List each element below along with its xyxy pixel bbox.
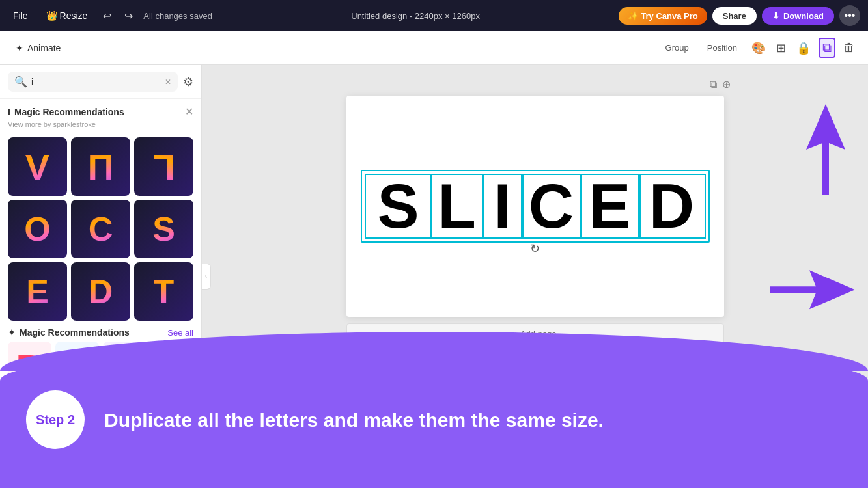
step-description: Duplicate all the letters and make them … bbox=[104, 407, 842, 433]
step-label: Step 2 bbox=[36, 413, 75, 427]
letter-l[interactable]: L bbox=[431, 175, 483, 237]
download-button[interactable]: ⬇ Download bbox=[762, 7, 834, 25]
font-item[interactable]: E bbox=[8, 262, 67, 321]
magic-rec-title: I Magic Recommendations bbox=[8, 107, 124, 117]
try-pro-button[interactable]: ✨ Try Canva Pro bbox=[619, 7, 707, 25]
redo-icon[interactable]: ↪ bbox=[122, 7, 135, 25]
search-input-wrap[interactable]: 🔍 ✕ bbox=[8, 72, 178, 92]
magic-icon: I bbox=[8, 107, 10, 117]
style-icon[interactable]: 🎨 bbox=[749, 38, 768, 58]
letter-d[interactable]: D bbox=[639, 175, 705, 237]
letter-s[interactable]: S bbox=[366, 175, 431, 237]
toolbar-right-tools: Group Position 🎨 ⊞ 🔒 ⧉ 🗑 bbox=[659, 38, 858, 58]
undo-icon[interactable]: ↩ bbox=[100, 7, 114, 25]
resize-button[interactable]: 👑 Resize bbox=[41, 8, 93, 23]
svg-marker-0 bbox=[770, 270, 855, 309]
filter-icon[interactable]: ⚙ bbox=[183, 75, 193, 89]
animate-icon: ✦ bbox=[16, 43, 23, 53]
arrow-up bbox=[803, 104, 848, 198]
canvas[interactable]: S L I C E bbox=[346, 96, 724, 317]
file-menu[interactable]: File bbox=[8, 8, 33, 23]
letter-i[interactable]: I bbox=[483, 175, 522, 237]
magic-rec-section-2-header: ✦ Magic Recommendations See all bbox=[0, 321, 201, 342]
copy-canvas-icon[interactable]: ⧉ bbox=[710, 79, 717, 90]
collapse-handle[interactable]: › bbox=[202, 264, 211, 290]
canvas-top-icons: ⧉ ⊕ bbox=[340, 78, 731, 90]
more-options-button[interactable]: ••• bbox=[839, 5, 860, 26]
group-button[interactable]: Group bbox=[659, 39, 695, 57]
duplicate-icon[interactable]: ⧉ bbox=[819, 38, 835, 58]
font-grid-1: V П Γ O C S E D bbox=[0, 137, 201, 321]
magic-rec-subtitle: View more by sparklestroke bbox=[8, 120, 193, 128]
magic-rec-2-title: ✦ Magic Recommendations bbox=[8, 327, 130, 338]
search-bar: 🔍 ✕ ⚙ bbox=[0, 65, 201, 99]
transparency-icon[interactable]: ⊞ bbox=[774, 38, 789, 58]
font-item[interactable]: S bbox=[134, 200, 193, 258]
trash-icon[interactable]: 🗑 bbox=[841, 38, 858, 57]
arrow-right bbox=[770, 267, 855, 315]
star-icon: ✨ bbox=[628, 11, 638, 21]
download-icon: ⬇ bbox=[772, 11, 779, 21]
font-item[interactable]: V bbox=[8, 137, 67, 196]
search-clear-icon[interactable]: ✕ bbox=[165, 77, 171, 87]
add-section-icon[interactable]: ⊕ bbox=[722, 78, 731, 90]
search-input[interactable] bbox=[31, 77, 161, 87]
search-icon: 🔍 bbox=[14, 75, 27, 88]
see-all-button[interactable]: See all bbox=[167, 328, 193, 338]
letter-e[interactable]: E bbox=[581, 175, 639, 237]
font-item[interactable]: П bbox=[71, 137, 130, 196]
step-circle: Step 2 bbox=[26, 390, 85, 449]
autosave-status: All changes saved bbox=[143, 11, 212, 21]
lock-icon[interactable]: 🔒 bbox=[794, 38, 813, 58]
magic-rec-section-1: I Magic Recommendations ✕ View more by s… bbox=[0, 99, 201, 137]
topbar-left: File 👑 Resize ↩ ↪ All changes saved bbox=[8, 7, 212, 25]
rotate-handle[interactable]: ↻ bbox=[530, 241, 540, 256]
position-button[interactable]: Position bbox=[701, 39, 744, 57]
topbar-right: ✨ Try Canva Pro Share ⬇ Download ••• bbox=[619, 5, 860, 26]
font-item[interactable]: C bbox=[71, 200, 130, 258]
font-item[interactable]: O bbox=[8, 200, 67, 258]
document-title: Untitled design - 2240px × 1260px bbox=[220, 11, 611, 21]
crown-icon: 👑 bbox=[46, 10, 57, 21]
font-item[interactable]: Γ bbox=[134, 137, 193, 196]
letter-c[interactable]: C bbox=[522, 175, 581, 237]
close-section-icon[interactable]: ✕ bbox=[185, 105, 193, 118]
animate-button[interactable]: ✦ Animate bbox=[10, 40, 66, 56]
share-button[interactable]: Share bbox=[712, 7, 757, 25]
font-item[interactable]: D bbox=[71, 262, 130, 321]
font-item[interactable]: T bbox=[134, 262, 193, 321]
bottom-overlay: Step 2 Duplicate all the letters and mak… bbox=[0, 345, 868, 488]
topbar: File 👑 Resize ↩ ↪ All changes saved Unti… bbox=[0, 0, 868, 31]
magic-icon-2: ✦ bbox=[8, 327, 16, 338]
svg-marker-1 bbox=[806, 104, 845, 195]
secondary-toolbar: ✦ Animate Group Position 🎨 ⊞ 🔒 ⧉ 🗑 bbox=[0, 31, 868, 65]
